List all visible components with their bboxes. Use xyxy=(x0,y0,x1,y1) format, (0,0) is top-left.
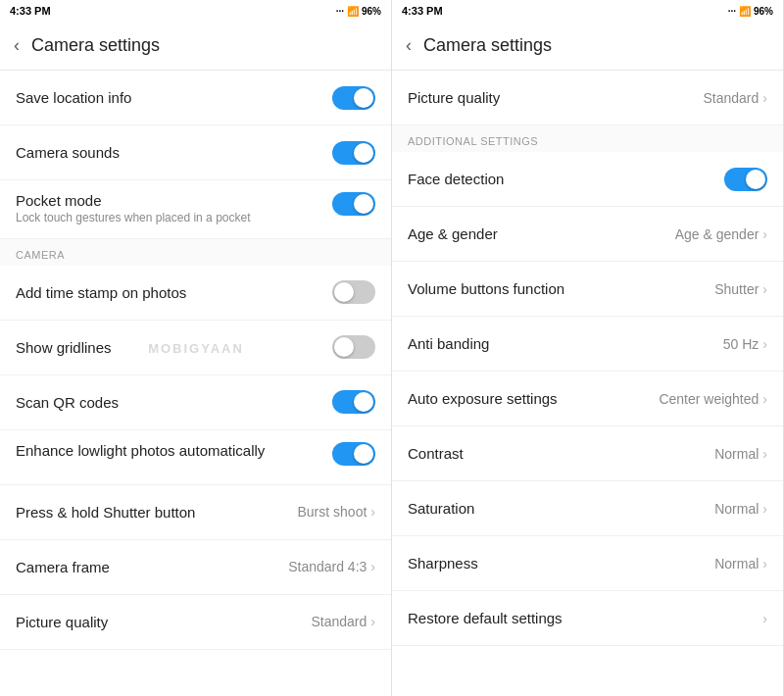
setting-picture-quality-left[interactable]: Picture quality Standard › xyxy=(0,595,391,650)
saturation-label: Saturation xyxy=(408,500,474,517)
scan-qr-toggle[interactable] xyxy=(332,390,375,414)
left-page-title: Camera settings xyxy=(31,35,160,56)
right-wifi-icon: 📶 xyxy=(739,6,751,17)
camera-sounds-label: Camera sounds xyxy=(16,144,120,161)
scan-qr-label: Scan QR codes xyxy=(16,394,119,411)
picture-quality-left-chevron: › xyxy=(370,614,375,629)
pocket-mode-sublabel: Lock touch gestures when placed in a poc… xyxy=(16,211,332,226)
picture-quality-left-label: Picture quality xyxy=(16,614,108,630)
setting-restore-defaults[interactable]: Restore default settings › xyxy=(392,591,783,646)
anti-banding-chevron: › xyxy=(762,336,767,352)
camera-frame-label: Camera frame xyxy=(16,559,110,575)
setting-auto-exposure[interactable]: Auto exposure settings Center weighted › xyxy=(392,372,783,426)
setting-camera-sounds[interactable]: Camera sounds xyxy=(0,125,391,180)
picture-quality-label: Picture quality xyxy=(408,89,500,106)
contrast-chevron: › xyxy=(762,446,767,462)
right-time: 4:33 PM xyxy=(402,5,443,17)
show-gridlines-toggle[interactable] xyxy=(332,335,375,359)
setting-camera-frame[interactable]: Camera frame Standard 4:3 › xyxy=(0,540,391,595)
left-back-button[interactable]: ‹ xyxy=(14,35,20,56)
restore-defaults-chevron: › xyxy=(762,611,767,626)
volume-buttons-chevron: › xyxy=(762,281,767,297)
picture-quality-chevron: › xyxy=(762,90,767,106)
setting-anti-banding[interactable]: Anti banding 50 Hz › xyxy=(392,317,783,372)
age-gender-value: Age & gender › xyxy=(675,226,767,242)
age-gender-chevron: › xyxy=(762,226,767,242)
saturation-value: Normal › xyxy=(714,501,767,517)
save-location-label: Save location info xyxy=(16,89,131,106)
enhance-lowlight-text: Enhance lowlight photos automatically xyxy=(16,442,332,459)
face-detection-label: Face detection xyxy=(408,171,504,187)
setting-show-gridlines[interactable]: Show gridlines xyxy=(0,321,391,375)
press-hold-shutter-label: Press & hold Shutter button xyxy=(16,504,195,521)
right-header: ‹ Camera settings xyxy=(392,22,783,71)
section-additional: ADDITIONAL SETTINGS xyxy=(392,125,783,152)
wifi-icon: 📶 xyxy=(347,6,359,17)
show-gridlines-label: Show gridlines xyxy=(16,339,112,356)
right-status-icons: ··· 📶 96% xyxy=(728,6,773,17)
enhance-lowlight-toggle[interactable] xyxy=(332,442,375,466)
pocket-mode-label: Pocket mode xyxy=(16,192,332,209)
auto-exposure-chevron: › xyxy=(762,391,767,407)
setting-volume-buttons[interactable]: Volume buttons function Shutter › xyxy=(392,262,783,317)
contrast-value: Normal › xyxy=(714,446,767,462)
volume-buttons-value: Shutter › xyxy=(714,281,767,297)
left-status-bar: 4:33 PM ··· 📶 96% xyxy=(0,0,391,22)
left-time: 4:33 PM xyxy=(10,5,51,17)
setting-press-hold-shutter[interactable]: Press & hold Shutter button Burst shoot … xyxy=(0,485,391,540)
add-timestamp-label: Add time stamp on photos xyxy=(16,284,186,301)
camera-frame-chevron: › xyxy=(370,559,375,574)
sharpness-value: Normal › xyxy=(714,556,767,572)
press-hold-shutter-chevron: › xyxy=(370,504,375,520)
sharpness-chevron: › xyxy=(762,556,767,572)
restore-defaults-value: › xyxy=(762,611,767,626)
left-settings-list: Save location info Camera sounds Pocket … xyxy=(0,71,391,696)
auto-exposure-value: Center weighted › xyxy=(659,391,767,407)
contrast-label: Contrast xyxy=(408,445,464,462)
setting-contrast[interactable]: Contrast Normal › xyxy=(392,426,783,481)
signal-dots: ··· xyxy=(336,6,344,17)
camera-sounds-toggle[interactable] xyxy=(332,141,375,165)
saturation-chevron: › xyxy=(762,501,767,517)
setting-saturation[interactable]: Saturation Normal › xyxy=(392,481,783,536)
picture-quality-value: Standard › xyxy=(704,90,768,106)
setting-face-detection[interactable]: Face detection xyxy=(392,152,783,207)
sharpness-label: Sharpness xyxy=(408,555,478,572)
setting-age-gender[interactable]: Age & gender Age & gender › xyxy=(392,207,783,262)
age-gender-label: Age & gender xyxy=(408,225,498,242)
section-camera: CAMERA xyxy=(0,239,391,266)
setting-enhance-lowlight[interactable]: Enhance lowlight photos automatically xyxy=(0,430,391,485)
setting-scan-qr[interactable]: Scan QR codes xyxy=(0,375,391,430)
left-header: ‹ Camera settings xyxy=(0,22,391,71)
face-detection-toggle[interactable] xyxy=(724,168,767,191)
right-signal-dots: ··· xyxy=(728,6,736,17)
right-status-bar: 4:33 PM ··· 📶 96% xyxy=(392,0,783,22)
enhance-lowlight-label: Enhance lowlight photos automatically xyxy=(16,442,332,459)
restore-defaults-label: Restore default settings xyxy=(408,610,563,626)
volume-buttons-label: Volume buttons function xyxy=(408,280,564,297)
pocket-mode-text: Pocket mode Lock touch gestures when pla… xyxy=(16,192,332,226)
right-battery-icon: 96% xyxy=(754,6,773,17)
left-settings-panel: 4:33 PM ··· 📶 96% ‹ Camera settings Save… xyxy=(0,0,392,696)
pocket-mode-toggle[interactable] xyxy=(332,192,375,216)
right-back-button[interactable]: ‹ xyxy=(406,35,412,56)
setting-pocket-mode[interactable]: Pocket mode Lock touch gestures when pla… xyxy=(0,180,391,239)
picture-quality-left-value: Standard › xyxy=(312,614,376,629)
setting-sharpness[interactable]: Sharpness Normal › xyxy=(392,536,783,591)
anti-banding-value: 50 Hz › xyxy=(723,336,767,352)
save-location-toggle[interactable] xyxy=(332,86,375,110)
battery-icon: 96% xyxy=(362,6,381,17)
anti-banding-label: Anti banding xyxy=(408,335,489,352)
right-settings-panel: 4:33 PM ··· 📶 96% ‹ Camera settings Pict… xyxy=(392,0,784,696)
press-hold-shutter-value: Burst shoot › xyxy=(298,504,376,520)
right-settings-list: Picture quality Standard › ADDITIONAL SE… xyxy=(392,71,783,696)
add-timestamp-toggle[interactable] xyxy=(332,280,375,304)
setting-add-timestamp[interactable]: Add time stamp on photos xyxy=(0,266,391,321)
camera-frame-value: Standard 4:3 › xyxy=(288,559,375,574)
setting-picture-quality[interactable]: Picture quality Standard › xyxy=(392,71,783,125)
left-panel: 4:33 PM ··· 📶 96% ‹ Camera settings Save… xyxy=(0,0,392,696)
right-page-title: Camera settings xyxy=(423,35,552,56)
auto-exposure-label: Auto exposure settings xyxy=(408,390,558,407)
setting-save-location[interactable]: Save location info xyxy=(0,71,391,125)
left-status-icons: ··· 📶 96% xyxy=(336,6,381,17)
